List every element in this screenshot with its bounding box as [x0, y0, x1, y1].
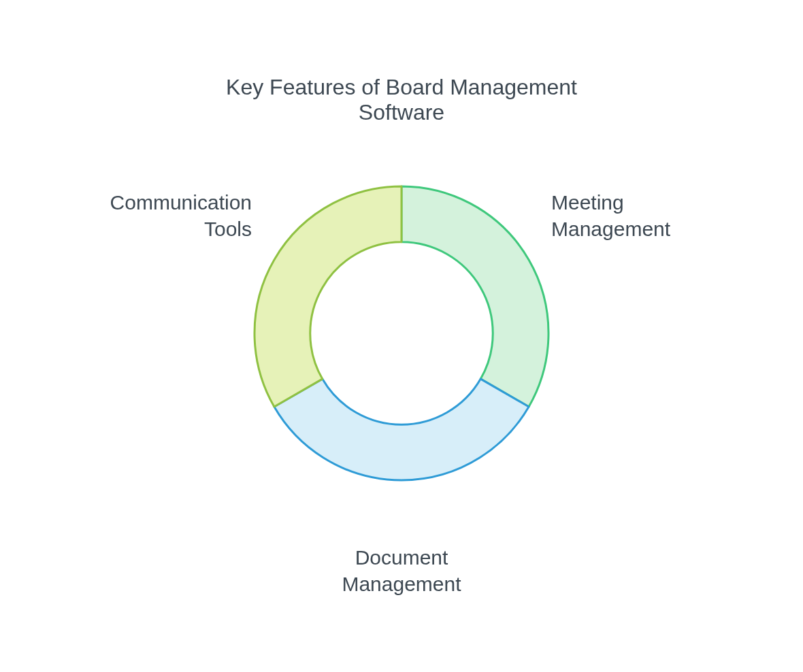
label-line: Communication: [110, 189, 252, 216]
label-line: Management: [551, 216, 670, 242]
chart-title: Key Features of Board Management Softwar…: [201, 75, 602, 125]
chart-container: Key Features of Board Management Softwar…: [0, 0, 803, 672]
label-line: Management: [342, 571, 461, 597]
donut-svg: [252, 184, 551, 483]
donut-chart: [252, 184, 551, 483]
label-line: Document: [342, 544, 461, 571]
label-line: Meeting: [551, 189, 670, 216]
label-meeting-management: Meeting Management: [551, 189, 670, 242]
label-line: Tools: [110, 216, 252, 242]
label-communication-tools: Communication Tools: [110, 189, 252, 242]
slice-communication-tools: [255, 186, 402, 407]
slice-document-management: [274, 379, 529, 480]
slice-meeting-management: [402, 186, 548, 407]
label-document-management: Document Management: [342, 544, 461, 597]
